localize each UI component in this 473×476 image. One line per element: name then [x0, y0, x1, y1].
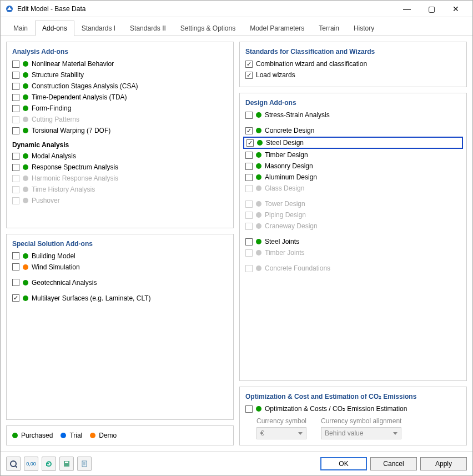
status-dot-icon [23, 94, 28, 100]
option-label: Stress-Strain Analysis [265, 111, 330, 119]
legend-trial: Trial [61, 432, 82, 439]
checkbox[interactable]: ✓ [245, 112, 253, 119]
optimization-panel: Optimization & Cost and Estimation of CO… [239, 387, 467, 445]
checkbox[interactable]: ✓ [12, 294, 19, 302]
option-label: Aluminum Design [265, 173, 317, 181]
dynamic-analysis-heading: Dynamic Analysis [12, 141, 228, 149]
option-label: Craneway Design [265, 222, 318, 230]
checkbox: ✓ [12, 116, 19, 123]
status-dot-icon [23, 187, 28, 192]
dot-icon [12, 433, 18, 438]
checkbox[interactable]: ✓ [12, 83, 19, 90]
checkbox[interactable]: ✓ [12, 252, 19, 259]
checkbox[interactable]: ✓ [245, 163, 253, 170]
currency-alignment-select[interactable]: Behind value [321, 427, 401, 439]
status-dot-icon [23, 61, 28, 67]
apply-button[interactable]: Apply [420, 457, 467, 470]
status-dot-icon [23, 153, 28, 159]
option-row: ✓Pushover [12, 196, 228, 206]
tab-model-parameters[interactable]: Model Parameters [243, 21, 311, 36]
legend-panel: Purchased Trial Demo [6, 425, 234, 445]
status-dot-icon [256, 163, 261, 169]
standards-items: ✓Combination wizard and classification✓L… [245, 59, 461, 80]
checkbox[interactable]: ✓ [12, 279, 19, 286]
status-dot-icon [256, 223, 261, 229]
checkbox[interactable]: ✓ [245, 174, 253, 181]
checkbox[interactable]: ✓ [12, 105, 19, 112]
option-row: ✓Combination wizard and classification [245, 59, 461, 69]
option-label: Geotechnical Analysis [32, 279, 97, 287]
checkbox[interactable]: ✓ [246, 139, 254, 147]
checkbox[interactable]: ✓ [245, 152, 253, 159]
currency-symbol-label: Currency symbol [256, 417, 306, 425]
checkbox[interactable]: ✓ [12, 61, 19, 68]
option-row: ✓Torsional Warping (7 DOF) [12, 126, 228, 136]
tab-terrain[interactable]: Terrain [311, 21, 346, 36]
option-row: ✓Stress-Strain Analysis [245, 110, 461, 120]
option-row: ✓Tower Design [245, 199, 461, 209]
edit-model-dialog: Edit Model - Base Data — ▢ ✕ Main Add-on… [0, 0, 473, 476]
dot-icon [90, 433, 95, 438]
status-dot-icon [256, 239, 261, 244]
status-dot-icon [23, 176, 28, 181]
checkbox[interactable]: ✓ [12, 94, 19, 101]
option-label: Masonry Design [265, 162, 313, 170]
status-dot-icon [256, 406, 261, 412]
option-label: Combination wizard and classification [256, 60, 367, 68]
option-label: Form-Finding [32, 104, 71, 112]
tab-main[interactable]: Main [6, 21, 35, 36]
svg-line-2 [16, 466, 17, 468]
checkbox[interactable]: ✓ [245, 238, 253, 245]
checkbox[interactable]: ✓ [12, 72, 19, 79]
content-area: Analysis Add-ons ✓Nonlinear Material Beh… [1, 36, 472, 451]
option-label: Nonlinear Material Behavior [32, 60, 114, 68]
minimize-button[interactable]: — [395, 1, 419, 17]
checkbox[interactable]: ✓ [12, 164, 19, 171]
option-label: Tower Design [265, 200, 305, 208]
checkbox[interactable]: ✓ [12, 127, 19, 134]
save-settings-button[interactable] [59, 457, 74, 471]
checkbox[interactable]: ✓ [245, 127, 253, 134]
option-label: Timber Joints [265, 249, 305, 257]
dynamic-items: ✓Modal Analysis✓Response Spectrum Analys… [12, 151, 228, 206]
status-dot-icon [257, 140, 263, 146]
option-label: Load wizards [256, 71, 295, 79]
report-button[interactable] [77, 457, 92, 471]
tab-settings-options[interactable]: Settings & Options [173, 21, 243, 36]
maximize-button[interactable]: ▢ [419, 1, 444, 17]
checkbox[interactable]: ✓ [245, 405, 253, 413]
tab-add-ons[interactable]: Add-ons [35, 21, 74, 36]
tab-standards-ii[interactable]: Standards II [123, 21, 173, 36]
checkbox: ✓ [245, 212, 253, 219]
status-dot-icon [23, 198, 28, 203]
checkbox[interactable]: ✓ [12, 263, 19, 270]
tab-standards-i[interactable]: Standards I [74, 21, 123, 36]
standards-panel: Standards for Classification and Wizards… [239, 42, 467, 87]
currency-symbol-select[interactable]: € [256, 427, 306, 439]
close-button[interactable]: ✕ [444, 1, 468, 17]
option-label: Concrete Foundations [265, 264, 330, 272]
tab-history[interactable]: History [346, 21, 381, 36]
option-row: ✓Response Spectrum Analysis [12, 162, 228, 172]
option-row: ✓Modal Analysis [12, 151, 228, 161]
design-addons-title: Design Add-ons [245, 99, 461, 107]
refresh-button[interactable] [42, 457, 56, 471]
checkbox[interactable]: ✓ [245, 61, 253, 68]
units-button[interactable]: 0,00 [24, 457, 38, 471]
cancel-button[interactable]: Cancel [370, 457, 417, 470]
option-label: Modal Analysis [32, 152, 76, 160]
ok-button[interactable]: OK [320, 457, 367, 470]
help-button[interactable] [6, 457, 21, 471]
option-row: ✓Construction Stages Analysis (CSA) [12, 81, 228, 91]
option-row: ✓Wind Simulation [12, 262, 228, 272]
checkbox[interactable]: ✓ [12, 153, 19, 160]
option-row: ✓Time History Analysis [12, 184, 228, 194]
status-dot-icon [256, 152, 261, 158]
checkbox[interactable]: ✓ [245, 72, 253, 79]
option-row: ✓Harmonic Response Analysis [12, 173, 228, 183]
option-row: ✓Concrete Foundations [245, 263, 461, 273]
option-row: ✓Aluminum Design [245, 172, 461, 182]
option-label: Building Model [32, 252, 76, 260]
option-row: ✓Structure Stability [12, 70, 228, 80]
status-dot-icon [23, 106, 28, 111]
